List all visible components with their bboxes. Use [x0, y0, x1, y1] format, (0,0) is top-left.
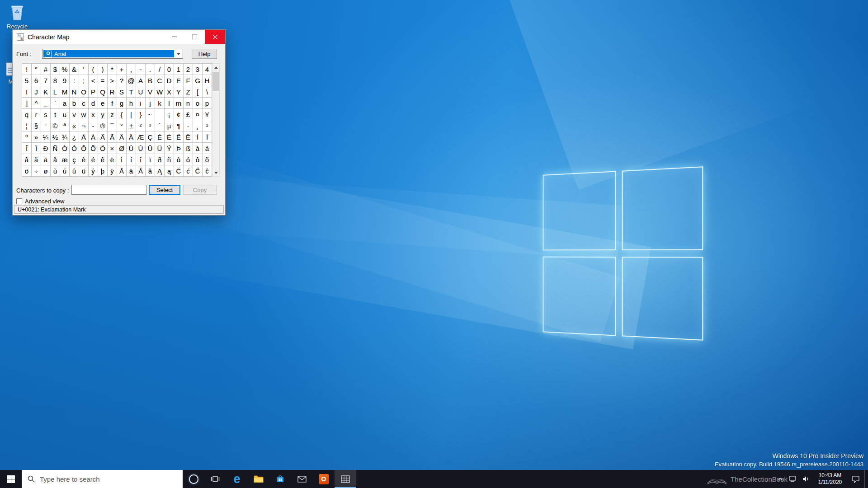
char-cell[interactable]: ¥: [203, 109, 212, 120]
char-cell[interactable]: °: [117, 120, 127, 131]
char-cell[interactable]: M: [60, 86, 70, 98]
char-cell[interactable]: ¶: [174, 120, 184, 131]
char-cell[interactable]: ¼: [41, 131, 51, 143]
font-combobox[interactable]: O Arial: [42, 49, 183, 59]
char-cell[interactable]: þ: [98, 165, 108, 177]
char-cell[interactable]: X: [165, 86, 174, 98]
char-cell[interactable]: î: [136, 154, 146, 165]
edge-button[interactable]: e: [226, 470, 248, 488]
scroll-up-button[interactable]: [212, 64, 219, 71]
char-cell[interactable]: Ù: [127, 143, 136, 154]
char-cell[interactable]: ¢: [174, 109, 184, 120]
char-cell[interactable]: Ë: [184, 131, 193, 143]
char-cell[interactable]: D: [165, 75, 174, 86]
char-cell[interactable]: ì: [117, 154, 127, 165]
char-cell[interactable]: C: [155, 75, 165, 86]
char-cell[interactable]: x: [89, 109, 98, 120]
char-cell[interactable]: ¹: [203, 120, 212, 131]
char-cell[interactable]: ½: [51, 131, 60, 143]
char-cell[interactable]: H: [203, 75, 212, 86]
char-cell[interactable]: £: [184, 109, 193, 120]
char-cell[interactable]: ©: [51, 120, 60, 131]
char-cell[interactable]: 7: [41, 75, 51, 86]
char-cell[interactable]: %: [60, 64, 70, 75]
char-cell[interactable]: E: [174, 75, 184, 86]
scrollbar-thumb[interactable]: [212, 72, 219, 91]
char-cell[interactable]: å: [51, 154, 60, 165]
char-cell[interactable]: k: [155, 98, 165, 109]
char-cell[interactable]: !: [22, 64, 32, 75]
char-cell[interactable]: õ: [203, 154, 212, 165]
char-cell[interactable]: f: [108, 98, 117, 109]
char-cell[interactable]: É: [165, 131, 174, 143]
char-cell[interactable]: .: [146, 64, 155, 75]
char-cell[interactable]: l: [165, 98, 174, 109]
char-cell[interactable]: 8: [51, 75, 60, 86]
char-cell[interactable]: F: [184, 75, 193, 86]
char-cell[interactable]: e: [98, 98, 108, 109]
char-cell[interactable]: N: [70, 86, 79, 98]
char-cell[interactable]: [: [193, 86, 203, 98]
char-cell[interactable]: $: [51, 64, 60, 75]
char-cell[interactable]: Ñ: [51, 143, 60, 154]
char-cell[interactable]: 5: [22, 75, 32, 86]
char-cell[interactable]: ü: [79, 165, 89, 177]
char-cell[interactable]: Ø: [117, 143, 127, 154]
char-cell[interactable]: Ć: [174, 165, 184, 177]
char-cell[interactable]: Q: [98, 86, 108, 98]
char-cell[interactable]: ": [32, 64, 41, 75]
file-explorer-button[interactable]: [248, 470, 269, 488]
char-cell[interactable]: b: [70, 98, 79, 109]
char-cell[interactable]: u: [60, 109, 70, 120]
char-cell[interactable]: p: [203, 98, 212, 109]
char-cell[interactable]: Ì: [193, 131, 203, 143]
char-cell[interactable]: ç: [70, 154, 79, 165]
char-cell[interactable]: ~: [146, 109, 155, 120]
char-cell[interactable]: ×: [108, 143, 117, 154]
char-cell[interactable]: Ç: [146, 131, 155, 143]
copy-button[interactable]: Copy: [183, 185, 217, 195]
char-cell[interactable]: ô: [193, 154, 203, 165]
char-cell[interactable]: ò: [174, 154, 184, 165]
char-cell[interactable]: ·: [184, 120, 193, 131]
char-cell[interactable]: ä: [41, 154, 51, 165]
char-cell[interactable]: ö: [22, 165, 32, 177]
char-cell[interactable]: ¡: [165, 109, 174, 120]
char-cell[interactable]: c: [79, 98, 89, 109]
task-view-button[interactable]: [204, 470, 226, 488]
char-cell[interactable]: Ā: [117, 165, 127, 177]
char-cell[interactable]: Ó: [70, 143, 79, 154]
char-cell[interactable]: Ĉ: [193, 165, 203, 177]
char-cell[interactable]: ?: [117, 75, 127, 86]
char-cell[interactable]: µ: [165, 120, 174, 131]
char-cell[interactable]: ñ: [165, 154, 174, 165]
char-cell[interactable]: *: [108, 64, 117, 75]
char-cell[interactable]: o: [193, 98, 203, 109]
character-map-taskbar-button[interactable]: [335, 470, 356, 488]
char-cell[interactable]: {: [117, 109, 127, 120]
char-cell[interactable]: Ã: [108, 131, 117, 143]
char-cell[interactable]: n: [184, 98, 193, 109]
tray-clock[interactable]: 10:43 AM 1/11/2020: [813, 470, 847, 488]
char-cell[interactable]: P: [89, 86, 98, 98]
char-cell[interactable]: -: [136, 64, 146, 75]
char-cell[interactable]: v: [70, 109, 79, 120]
grid-scrollbar[interactable]: [212, 63, 220, 177]
char-cell[interactable]: G: [193, 75, 203, 86]
characters-to-copy-input[interactable]: [71, 185, 146, 195]
network-tray-button[interactable]: [786, 470, 799, 488]
char-cell[interactable]: Á: [89, 131, 98, 143]
char-cell[interactable]: ¾: [60, 131, 70, 143]
char-cell[interactable]: i: [136, 98, 146, 109]
char-cell[interactable]: ^: [32, 98, 41, 109]
char-cell[interactable]: ²: [136, 120, 146, 131]
char-cell[interactable]: z: [108, 109, 117, 120]
char-cell[interactable]: Å: [127, 131, 136, 143]
char-cell[interactable]: I: [22, 86, 32, 98]
char-cell[interactable]: Ú: [136, 143, 146, 154]
char-cell[interactable]: ÿ: [108, 165, 117, 177]
char-cell[interactable]: ¦: [22, 120, 32, 131]
char-cell[interactable]: a: [60, 98, 70, 109]
char-cell[interactable]: ă: [146, 165, 155, 177]
char-cell[interactable]: ù: [51, 165, 60, 177]
